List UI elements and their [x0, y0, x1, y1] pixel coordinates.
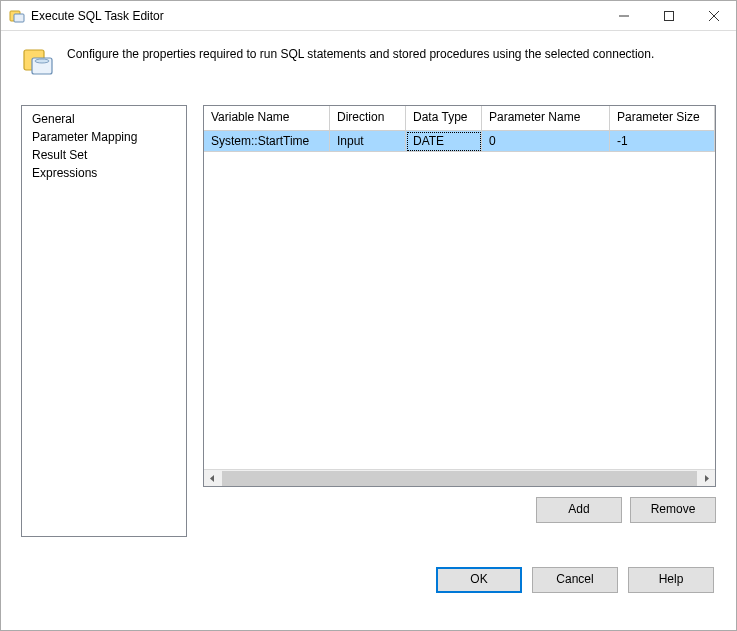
cell-direction[interactable]: Input [330, 131, 406, 152]
col-header-parameter-name[interactable]: Parameter Name [482, 106, 610, 131]
horizontal-scrollbar[interactable] [204, 469, 715, 486]
task-icon [21, 45, 55, 79]
col-header-variable-name[interactable]: Variable Name [204, 106, 330, 131]
content: General Parameter Mapping Result Set Exp… [1, 85, 736, 537]
grid-actions: Add Remove [203, 487, 716, 523]
add-button[interactable]: Add [536, 497, 622, 523]
help-button[interactable]: Help [628, 567, 714, 593]
sidebar-item-expressions[interactable]: Expressions [22, 164, 186, 182]
scroll-track[interactable] [221, 470, 698, 486]
col-header-parameter-size[interactable]: Parameter Size [610, 106, 715, 131]
cancel-button[interactable]: Cancel [532, 567, 618, 593]
grid-header: Variable Name Direction Data Type Parame… [204, 106, 715, 131]
cell-data-type[interactable]: DATE [406, 131, 482, 152]
main-panel: Variable Name Direction Data Type Parame… [203, 105, 716, 537]
header-description: Configure the properties required to run… [67, 45, 654, 61]
scroll-left-icon[interactable] [204, 470, 221, 487]
cell-parameter-size[interactable]: -1 [610, 131, 715, 152]
col-header-direction[interactable]: Direction [330, 106, 406, 131]
window-title: Execute SQL Task Editor [31, 9, 601, 23]
titlebar: Execute SQL Task Editor [1, 1, 736, 31]
remove-button[interactable]: Remove [630, 497, 716, 523]
scroll-right-icon[interactable] [698, 470, 715, 487]
app-icon [9, 8, 25, 24]
minimize-button[interactable] [601, 1, 646, 30]
cell-variable-name[interactable]: System::StartTime [204, 131, 330, 152]
footer: OK Cancel Help [1, 537, 736, 611]
sidebar-item-result-set[interactable]: Result Set [22, 146, 186, 164]
maximize-button[interactable] [646, 1, 691, 30]
close-button[interactable] [691, 1, 736, 30]
scroll-thumb[interactable] [222, 471, 697, 486]
sidebar: General Parameter Mapping Result Set Exp… [21, 105, 187, 537]
table-row[interactable]: System::StartTime Input DATE 0 -1 [204, 131, 715, 152]
window-controls [601, 1, 736, 30]
svg-rect-3 [664, 11, 673, 20]
svg-rect-1 [14, 14, 24, 22]
svg-point-8 [35, 59, 49, 63]
col-header-data-type[interactable]: Data Type [406, 106, 482, 131]
ok-button[interactable]: OK [436, 567, 522, 593]
sidebar-item-general[interactable]: General [22, 110, 186, 128]
grid-body: System::StartTime Input DATE 0 -1 [204, 131, 715, 469]
sidebar-item-parameter-mapping[interactable]: Parameter Mapping [22, 128, 186, 146]
cell-parameter-name[interactable]: 0 [482, 131, 610, 152]
header: Configure the properties required to run… [1, 31, 736, 85]
parameter-grid: Variable Name Direction Data Type Parame… [203, 105, 716, 487]
